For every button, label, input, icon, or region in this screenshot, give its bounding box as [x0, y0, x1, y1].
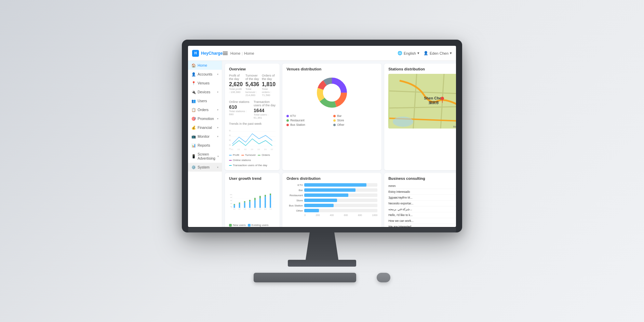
- chevron-down-icon-2: ▾: [217, 91, 218, 94]
- profit-label: Profit of the day: [229, 74, 243, 81]
- sidebar-item-system[interactable]: ⚙️ System ▾: [188, 163, 222, 172]
- svg-rect-50: [239, 202, 240, 203]
- orders-icon: 📋: [191, 108, 196, 112]
- nav-toggle[interactable]: [223, 52, 228, 55]
- horiz-bar-axis: 02004006008001000: [286, 214, 377, 216]
- promotion-icon: 🎯: [191, 117, 196, 121]
- logo-text: HeyCharge: [201, 51, 223, 56]
- sidebar-item-monitor[interactable]: 📺 Monitor ▾: [188, 132, 222, 141]
- sidebar-label-devices: Devices: [198, 90, 210, 94]
- legend-other: Other: [333, 123, 377, 126]
- legend-transaction: Transaction users of the day: [229, 164, 267, 167]
- svg-rect-53: [249, 202, 251, 208]
- msg-3: Necesito exportar...: [388, 202, 456, 205]
- msg-1: Estoy interesado: [388, 190, 456, 193]
- sidebar-label-users: Users: [198, 99, 207, 103]
- sidebar-item-financial[interactable]: 💰 Financial ▾: [188, 123, 222, 132]
- user-growth-chart: 1000 800 600 400 200 0: [229, 183, 276, 221]
- chevron-down-icon-5: ▾: [217, 126, 218, 129]
- overview-stats-2: Online stations 610 Total stations : 680…: [229, 100, 276, 119]
- bar-label-bar: Bar: [286, 189, 303, 192]
- sidebar-item-accounts[interactable]: 👤 Accounts ▾: [188, 70, 222, 79]
- chevron-down-icon-4: ▾: [217, 117, 218, 120]
- svg-text:100: 100: [229, 148, 231, 150]
- logo-area: H HeyCharge: [192, 50, 223, 57]
- chevron-down-icon: ▾: [217, 73, 218, 76]
- stat-transaction: Transaction users of the day 1644 Total …: [254, 100, 276, 119]
- sidebar-item-reports[interactable]: 📊 Reports: [188, 141, 222, 150]
- bar-label-bus: Bus Station: [286, 204, 303, 207]
- svg-point-33: [441, 97, 444, 100]
- user-arrow: ▾: [450, 51, 452, 55]
- svg-text:12-17: 12-17: [264, 209, 267, 210]
- svg-rect-60: [265, 195, 266, 197]
- sidebar-label-accounts: Accounts: [198, 72, 212, 76]
- svg-rect-47: [234, 205, 235, 208]
- monitor-neck: [301, 232, 343, 260]
- overview-stats: Profit of the day 2,620 Total profit : 1…: [229, 74, 276, 97]
- svg-text:12-12: 12-12: [238, 209, 241, 210]
- list-item: Estoy interesado 2023-10-13: [388, 189, 456, 195]
- main-content: Overview Profit of the day 2,620 Total p…: [222, 61, 456, 227]
- msg-5: Hello, I'd like to k...: [388, 213, 456, 217]
- legend-turnover: Turnover: [241, 153, 256, 157]
- mouse: [377, 273, 390, 282]
- sidebar-item-orders[interactable]: 📋 Orders ▾: [188, 105, 222, 114]
- stat-online: Online stations 610 Total stations : 680: [229, 100, 251, 119]
- chevron-down-icon-6: ▾: [217, 135, 218, 138]
- online-sub: Total stations : 680: [229, 110, 251, 116]
- sidebar-label-venues: Venues: [198, 81, 210, 85]
- sidebar-item-home[interactable]: 🏠 Home: [188, 61, 222, 70]
- transaction-label: Transaction users of the day: [254, 100, 276, 107]
- sidebar-item-screen-advertising[interactable]: 📱 Screen Advertising ▾: [188, 150, 222, 163]
- sidebar-item-promotion[interactable]: 🎯 Promotion ▾: [188, 114, 222, 123]
- svg-text:0: 0: [231, 207, 232, 209]
- sidebar-label-home: Home: [198, 63, 207, 67]
- bar-track-bus: [304, 204, 377, 207]
- stations-title: Stations distribution: [388, 67, 456, 71]
- svg-text:12-12: 12-12: [238, 148, 240, 150]
- sidebar-item-users[interactable]: 👥 Users: [188, 96, 222, 105]
- legend-bus: Bus Station: [286, 123, 331, 126]
- orders-value: 1,810: [262, 81, 276, 88]
- bar-track-other: [304, 209, 377, 212]
- online-value: 610: [229, 104, 251, 110]
- lang-selector[interactable]: 🌐 English ▾: [398, 51, 419, 55]
- user-growth-legend: New users Existing users: [229, 224, 276, 227]
- svg-text:400: 400: [229, 134, 231, 136]
- svg-rect-49: [239, 203, 240, 208]
- legend-new-users: New users: [229, 224, 246, 227]
- system-icon: ⚙️: [191, 165, 196, 169]
- sidebar-label-reports: Reports: [198, 143, 210, 147]
- user-info[interactable]: 👤 Eden Chen ▾: [424, 51, 452, 55]
- svg-point-23: [323, 84, 341, 102]
- devices-icon: 🔌: [191, 90, 196, 94]
- svg-text:12-11: 12-11: [231, 148, 233, 150]
- sidebar-item-venues[interactable]: 📍 Venues: [188, 79, 222, 88]
- bar-bar: Bar: [286, 188, 377, 192]
- breadcrumb-current: Home: [244, 51, 254, 55]
- venues-card: Venues distribution: [282, 64, 381, 170]
- list-item: mmm 2023-10-14: [388, 183, 456, 189]
- svg-text:12-11: 12-11: [233, 209, 236, 210]
- bar-track-store: [304, 199, 377, 202]
- bar-label-other: Other: [286, 209, 303, 212]
- venues-title: Venues distribution: [286, 67, 377, 71]
- sidebar-label-financial: Financial: [198, 125, 212, 130]
- map-attribution: Map data ©2023 Terms: [453, 125, 456, 128]
- keyboard: [254, 273, 356, 282]
- bar-label-ktv: KTV: [286, 184, 303, 187]
- user-growth-title: User growth trend: [229, 176, 276, 180]
- msg-6: How we can work...: [388, 219, 456, 223]
- header-right: 🌐 English ▾ 👤 Eden Chen ▾: [398, 51, 452, 55]
- svg-text:深圳市: 深圳市: [429, 101, 439, 105]
- sidebar-item-devices[interactable]: 🔌 Devices ▾: [188, 88, 222, 96]
- business-card: Business consulting mmm 2023-10-14 Estoy…: [384, 173, 456, 227]
- msg-4: شركة في برمجه...: [388, 207, 456, 211]
- svg-rect-61: [270, 195, 271, 208]
- breadcrumb-home[interactable]: Home: [230, 51, 240, 55]
- svg-text:12-16: 12-16: [259, 209, 261, 210]
- lang-arrow: ▾: [417, 51, 419, 55]
- lang-label: English: [404, 51, 416, 55]
- overview-title: Overview: [229, 67, 276, 71]
